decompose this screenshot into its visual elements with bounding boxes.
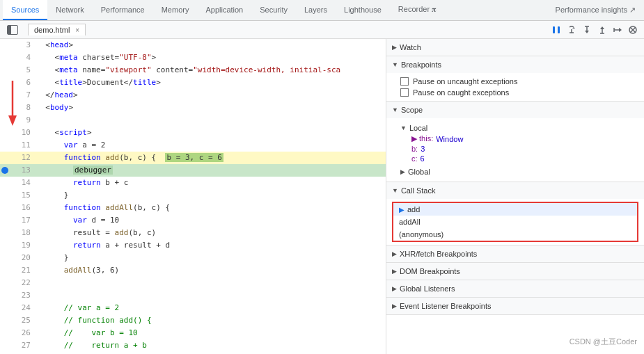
global-label: Global — [408, 168, 430, 176]
bp-label-uncaught: Pause on uncaught exceptions — [413, 77, 517, 86]
global-scope: Global — [400, 165, 638, 179]
scope-var-c: c: 6 — [400, 154, 638, 163]
global-scope-header[interactable]: Global — [400, 166, 638, 177]
code-panel: 3 <head> 4 <meta charset="UTF-8"> 5 <met… — [0, 39, 386, 354]
call-stack-arrow — [392, 187, 398, 194]
event-listener-breakpoints-header[interactable]: Event Listener Breakpoints — [386, 298, 644, 314]
xhr-label: XHR/fetch Breakpoints — [400, 250, 477, 258]
debug-step-out-button[interactable] — [595, 24, 609, 36]
code-line-8: 8 <body> — [0, 102, 386, 114]
code-line-25: 25 // function add() { — [0, 314, 386, 327]
call-stack-header[interactable]: Call Stack — [386, 182, 644, 199]
tab-lighthouse[interactable]: Lighthouse — [336, 0, 390, 20]
bp-item-uncaught: Pause on uncaught exceptions — [400, 76, 638, 87]
call-stack-item-anon[interactable]: (anonymous) — [393, 228, 637, 241]
tab-application[interactable]: Application — [197, 0, 251, 20]
debug-step-button[interactable] — [611, 24, 625, 36]
bp-checkbox-uncaught[interactable] — [400, 77, 409, 86]
tab-network[interactable]: Network — [47, 0, 92, 20]
svg-marker-2 — [572, 27, 575, 29]
step-icon — [613, 25, 622, 35]
local-scope: Local ▶ this: Window b: 3 c: 6 — [400, 121, 638, 165]
tab-bar: Sources Network Performance Memory Appli… — [0, 0, 644, 21]
local-arrow — [400, 124, 407, 131]
scope-label: Scope — [401, 106, 423, 114]
tab-memory[interactable]: Memory — [153, 0, 198, 20]
code-line-19: 19 return a + result + d — [0, 239, 386, 252]
bp-label-caught: Pause on caught exceptions — [413, 88, 509, 97]
event-listener-arrow — [392, 303, 397, 309]
code-line-10: 10 <script> — [0, 127, 386, 139]
global-listeners-header[interactable]: Global Listeners — [386, 280, 644, 297]
scope-var-b: b: 3 — [400, 144, 638, 154]
call-stack-label: Call Stack — [401, 186, 436, 195]
breakpoint-indicator — [1, 167, 8, 174]
svg-rect-1 — [558, 26, 560, 33]
local-scope-header[interactable]: Local — [400, 122, 638, 134]
xhr-arrow — [392, 250, 397, 257]
sidebar-toggle-button[interactable] — [4, 24, 21, 36]
code-line-9: 9 — [0, 114, 386, 127]
tab-sources[interactable]: Sources — [3, 0, 47, 20]
code-line-16: 16 function addAll(b, c) { — [0, 202, 386, 214]
file-tabs-area: demo.html × — [28, 24, 86, 35]
local-label: Local — [409, 124, 427, 132]
scope-content: Local ▶ this: Window b: 3 c: 6 — [386, 118, 644, 182]
step-out-icon — [597, 25, 607, 35]
call-stack-anon-label: (anonymous) — [399, 230, 443, 239]
call-stack-addall-label: addAll — [399, 218, 421, 226]
breakpoints-header[interactable]: Breakpoints — [386, 56, 644, 73]
code-line-27: 27 // return a + b — [0, 339, 386, 352]
debug-step-into-button[interactable] — [580, 24, 594, 36]
svg-marker-6 — [585, 31, 589, 33]
call-stack-item-add[interactable]: ▶ add — [393, 203, 637, 216]
breakpoints-arrow — [392, 61, 398, 68]
scope-var-this: ▶ this: Window — [400, 134, 638, 144]
code-line-13: 13 debugger — [0, 164, 386, 177]
step-over-icon — [567, 25, 576, 35]
tab-security[interactable]: Security — [251, 0, 296, 20]
debug-deactivate-button[interactable] — [626, 24, 640, 36]
global-listeners-label: Global Listeners — [400, 284, 455, 293]
code-line-5: 5 <meta name="viewport" content="width=d… — [0, 64, 386, 77]
file-tab-close[interactable]: × — [75, 26, 79, 34]
bp-checkbox-caught[interactable] — [400, 88, 409, 97]
tab-layers[interactable]: Layers — [296, 0, 336, 20]
code-line-21: 21 addAll(3, 6) — [0, 264, 386, 277]
file-tab-demo-html[interactable]: demo.html × — [28, 24, 86, 35]
debug-step-over-button[interactable] — [565, 24, 579, 36]
code-line-11: 11 var a = 2 — [0, 139, 386, 152]
play-icon: ▶ — [399, 206, 405, 214]
tab-recorder[interactable]: Recorder 𝛑 — [390, 0, 445, 20]
main-layout: 3 <head> 4 <meta charset="UTF-8"> 5 <met… — [0, 39, 644, 354]
watch-section: Watch — [386, 39, 644, 56]
code-line-15: 15 } — [0, 189, 386, 202]
tab-performance[interactable]: Performance — [93, 0, 153, 20]
code-line-24: 24 // var a = 2 — [0, 302, 386, 314]
code-line-18: 18 result = add(b, c) — [0, 227, 386, 239]
call-stack-content: ▶ add addAll (anonymous) — [386, 199, 644, 245]
debug-pause-button[interactable] — [549, 24, 563, 36]
code-line-22: 22 — [0, 277, 386, 289]
event-listener-breakpoints-section: Event Listener Breakpoints — [386, 298, 644, 315]
debug-controls — [549, 24, 640, 36]
scope-arrow — [392, 106, 398, 113]
bp-item-caught: Pause on caught exceptions — [400, 87, 638, 98]
call-stack-item-addall[interactable]: addAll — [393, 216, 637, 228]
scope-section: Scope Local ▶ this: Window b: 3 — [386, 102, 644, 182]
watch-header[interactable]: Watch — [386, 39, 644, 56]
xhr-breakpoints-header[interactable]: XHR/fetch Breakpoints — [386, 246, 644, 262]
right-panel: Watch Breakpoints Pause on uncaught exce… — [386, 39, 644, 354]
svg-marker-9 — [600, 26, 604, 29]
tab-performance-insights[interactable]: Performance insights ↗ — [550, 3, 641, 17]
deactivate-icon — [628, 25, 638, 35]
code-line-17: 17 var d = 10 — [0, 214, 386, 227]
code-line-20: 20 } — [0, 252, 386, 264]
call-stack-add-label: add — [407, 205, 420, 214]
breakpoints-section: Breakpoints Pause on uncaught exceptions… — [386, 56, 644, 102]
global-listeners-arrow — [392, 285, 397, 292]
code-editor[interactable]: 3 <head> 4 <meta charset="UTF-8"> 5 <met… — [0, 39, 386, 354]
scope-header[interactable]: Scope — [386, 102, 644, 118]
code-line-12: 12 function add(b, c) { b = 3, c = 6 — [0, 152, 386, 164]
dom-breakpoints-header[interactable]: DOM Breakpoints — [386, 263, 644, 280]
